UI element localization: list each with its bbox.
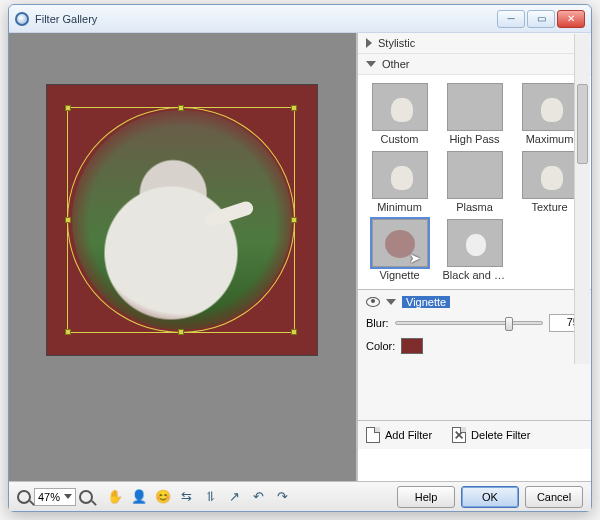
handle-tm[interactable] <box>178 105 184 111</box>
blur-slider-thumb[interactable] <box>505 317 513 331</box>
cancel-button[interactable]: Cancel <box>525 486 583 508</box>
filter-gallery-window: Filter Gallery ─ ▭ ✕ <box>8 4 592 512</box>
category-label: Stylistic <box>378 37 415 49</box>
filter-thumbnails: Custom High Pass Maximum Minimum Plasma … <box>358 75 591 289</box>
handle-bl[interactable] <box>65 329 71 335</box>
color-swatch[interactable] <box>401 338 423 354</box>
minimize-button[interactable]: ─ <box>497 10 525 28</box>
flip-h-icon[interactable]: ⇆ <box>179 489 194 504</box>
page-add-icon <box>366 427 380 443</box>
handle-ml[interactable] <box>65 217 71 223</box>
category-label: Other <box>382 58 410 70</box>
thumb-high-pass[interactable]: High Pass <box>439 83 510 145</box>
handle-tl[interactable] <box>65 105 71 111</box>
thumb-vignette[interactable]: ➤Vignette <box>364 219 435 281</box>
flip-v-icon[interactable]: ⥮ <box>203 489 218 504</box>
maximize-button[interactable]: ▭ <box>527 10 555 28</box>
preview-pane[interactable] <box>9 33 357 481</box>
zoom-out-icon[interactable] <box>17 490 31 504</box>
blur-label: Blur: <box>366 317 389 329</box>
thumb-black-and-white[interactable]: Black and White ... <box>439 219 510 281</box>
vignette-bounds[interactable] <box>67 107 295 333</box>
share-icon[interactable]: ↗ <box>227 489 242 504</box>
visibility-icon[interactable] <box>366 297 380 307</box>
thumb-custom[interactable]: Custom <box>364 83 435 145</box>
category-other[interactable]: Other <box>358 54 591 75</box>
handle-bm[interactable] <box>178 329 184 335</box>
preview-canvas[interactable] <box>47 85 317 355</box>
delete-filter-button[interactable]: Delete Filter <box>452 427 530 443</box>
handle-br[interactable] <box>291 329 297 335</box>
zoom-level-select[interactable]: 47% <box>34 488 76 506</box>
thumb-plasma[interactable]: Plasma <box>439 151 510 213</box>
handle-mr[interactable] <box>291 217 297 223</box>
active-filter-name[interactable]: Vignette <box>402 296 450 308</box>
bottom-bar: 47% ✋ 👤 😊 ⇆ ⥮ ↗ ↶ ↷ Help OK Cancel <box>9 481 591 511</box>
add-filter-button[interactable]: Add Filter <box>366 427 432 443</box>
filter-params: Vignette Blur: 75 Color: <box>358 289 591 420</box>
face-icon[interactable]: 😊 <box>155 489 170 504</box>
zoom-in-icon[interactable] <box>79 490 93 504</box>
category-stylistic[interactable]: Stylistic <box>358 33 591 54</box>
right-scrollbar[interactable] <box>574 34 590 364</box>
handle-tr[interactable] <box>291 105 297 111</box>
titlebar: Filter Gallery ─ ▭ ✕ <box>9 5 591 33</box>
close-button[interactable]: ✕ <box>557 10 585 28</box>
filter-actions: Add Filter Delete Filter <box>358 420 591 449</box>
cursor-icon: ➤ <box>409 250 421 266</box>
rotate-cw-icon[interactable]: ↷ <box>275 489 290 504</box>
chevron-right-icon <box>366 38 372 48</box>
thumb-minimum[interactable]: Minimum <box>364 151 435 213</box>
toolbar-icons: ✋ 👤 😊 ⇆ ⥮ ↗ ↶ ↷ <box>107 489 290 504</box>
window-title: Filter Gallery <box>35 13 97 25</box>
hand-icon[interactable]: ✋ <box>107 489 122 504</box>
chevron-down-icon[interactable] <box>386 299 396 305</box>
color-label: Color: <box>366 340 395 352</box>
right-panel: Stylistic Other Custom High Pass Maximum… <box>357 33 591 481</box>
help-button[interactable]: Help <box>397 486 455 508</box>
person-icon[interactable]: 👤 <box>131 489 146 504</box>
page-delete-icon <box>452 427 466 443</box>
blur-slider[interactable] <box>395 321 543 325</box>
app-icon <box>15 12 29 26</box>
chevron-down-icon <box>64 494 72 499</box>
scrollbar-thumb[interactable] <box>577 84 588 164</box>
chevron-down-icon <box>366 61 376 67</box>
rotate-ccw-icon[interactable]: ↶ <box>251 489 266 504</box>
ok-button[interactable]: OK <box>461 486 519 508</box>
